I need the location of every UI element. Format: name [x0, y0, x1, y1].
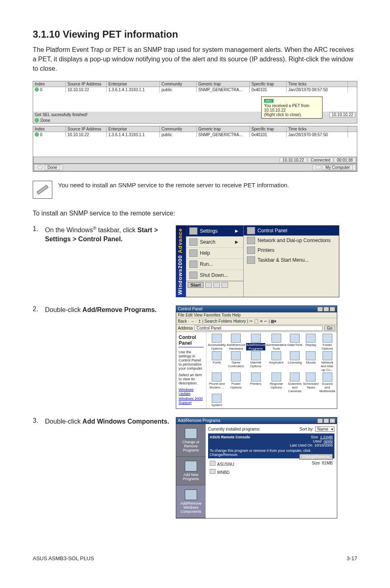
cp-item-icon — [306, 373, 316, 382]
row-index[interactable]: 0 — [33, 87, 66, 92]
col-timeticks-2[interactable]: Time ticks — [287, 126, 348, 132]
cp-item-icon — [271, 351, 281, 360]
cp-item[interactable]: Network and Dial-up Co... — [319, 351, 335, 372]
cp-item[interactable]: Scheduled Tasks — [303, 373, 319, 393]
cp-left-header: Control Panel — [179, 334, 204, 348]
link-windows-update[interactable]: Windows Update — [179, 388, 204, 396]
cp-item[interactable]: Date/Time — [287, 334, 303, 350]
close-button[interactable]: × — [329, 307, 335, 312]
control-panel-grid: Accessibility OptionsAdd/Remove Hardware… — [206, 332, 337, 408]
col-community[interactable]: Community — [160, 81, 197, 87]
col-enterprise[interactable]: Enterprise — [107, 81, 160, 87]
cp-item[interactable]: Phone and Modem ... — [208, 373, 226, 393]
window-title: Add/Remove Programs — [178, 418, 220, 423]
cp-left-desc: Use the settings in Control Panel to per… — [179, 350, 204, 370]
cp-item[interactable]: Sounds and Multimedia — [319, 373, 335, 393]
cp-item-icon — [212, 351, 222, 360]
cp-item[interactable]: Display — [303, 334, 319, 350]
cp-item[interactable]: Administrative Tools — [266, 334, 287, 350]
step1-text: On the Windows® taskbar, click Start > S… — [45, 225, 176, 298]
section-heading: 3.1.10 Viewing PET information — [33, 29, 357, 40]
cp-item[interactable]: System — [208, 394, 226, 407]
cp-item-icon — [212, 334, 222, 343]
submenu-taskbar[interactable]: Taskbar & Start Menu... — [244, 255, 339, 265]
submenu-printers[interactable]: Printers — [244, 245, 339, 255]
cp-item-icon — [290, 351, 300, 360]
arrow-right-icon: ▶ — [233, 240, 240, 244]
box-icon — [185, 428, 197, 439]
cp-item-icon — [231, 373, 241, 382]
cp-item[interactable]: Accessibility Options — [208, 334, 226, 350]
tray-icon[interactable] — [213, 282, 220, 288]
col-specific[interactable]: Specific trap — [250, 81, 287, 87]
step3-text: Double-click Add Windows Components. — [45, 417, 176, 518]
menu-help[interactable]: Help — [186, 248, 243, 259]
tab-change-remove[interactable]: Change or Remove Programs — [176, 424, 206, 457]
col-index[interactable]: Index — [33, 81, 66, 87]
cp-item[interactable]: Fonts — [208, 351, 226, 372]
sortby-select[interactable]: Name — [315, 426, 334, 432]
menu-settings[interactable]: Settings▶ — [186, 226, 243, 237]
row-specific: 0x40101 — [250, 87, 287, 92]
minimize-button[interactable]: _ — [317, 418, 323, 423]
status-connected: Connected — [308, 157, 333, 163]
cd-icon — [185, 461, 197, 471]
col-index-2[interactable]: Index — [33, 126, 66, 132]
start-button[interactable]: Start — [188, 282, 204, 288]
col-timeticks[interactable]: Time ticks — [287, 81, 348, 87]
col-enterprise-2[interactable]: Enterprise — [107, 126, 160, 132]
cp-item[interactable]: Add/Remove Hardware — [226, 334, 245, 350]
tray-icon[interactable] — [205, 282, 212, 288]
change-remove-button[interactable]: Change/Remove — [299, 454, 333, 460]
maximize-button[interactable]: □ — [323, 307, 329, 312]
row-index-2[interactable]: 0 — [33, 132, 66, 137]
status-message: Get SEL sucessfully finished! — [35, 112, 87, 117]
row-generic-2: SNMP_GENERICTRA... — [197, 132, 250, 137]
cp-item[interactable]: Licensing — [287, 351, 303, 372]
tab-add-new[interactable]: Add New Programs — [176, 457, 206, 485]
cp-item[interactable]: Folder Options — [319, 334, 335, 350]
cp-item[interactable]: Mouse — [303, 351, 319, 372]
submenu-network[interactable]: Network and Dial-up Connections — [244, 236, 339, 245]
program-asus-remote-console[interactable]: ASUS Remote ConsoleSize 1.21MB Used rare… — [208, 433, 334, 458]
program-item[interactable]: ASUSNUSize 81MB — [208, 460, 334, 468]
cp-item-icon — [290, 334, 300, 343]
cp-item[interactable]: Regional Options — [266, 373, 287, 393]
cp-item[interactable]: Scanners and Cameras — [287, 373, 303, 393]
menu-shutdown[interactable]: Shut Down... — [186, 270, 243, 281]
close-button[interactable]: × — [329, 418, 335, 423]
tab-windows-components[interactable]: Add/Remove Windows Components — [176, 485, 206, 518]
col-ip-2[interactable]: Source IP Address — [66, 126, 107, 132]
cp-item[interactable]: Keyboard — [266, 351, 287, 372]
status-timer: 00:01:38 — [334, 157, 356, 163]
submenu-control-panel[interactable]: Control Panel — [244, 226, 339, 236]
step-number: 3. — [33, 417, 45, 518]
col-generic-2[interactable]: Generic trap — [197, 126, 250, 132]
cp-item[interactable]: Power Options — [226, 373, 245, 393]
window-menubar[interactable]: File Edit View Favorites Tools Help — [176, 312, 337, 318]
row-generic: SNMP_GENERICTRA... — [197, 87, 250, 92]
tray-icon[interactable] — [222, 282, 228, 288]
cp-item[interactable]: Internet Options — [246, 351, 265, 372]
maximize-button[interactable]: □ — [323, 418, 329, 423]
pet-tooltip[interactable]: ARC You received a PET from 10.10.10.22 … — [261, 97, 323, 119]
cp-item[interactable]: Add/Remove Programs — [246, 334, 265, 350]
cp-item[interactable]: Game Controllers — [226, 351, 245, 372]
window-toolbar[interactable]: Back · → · ↥ | Search Folders History | … — [176, 318, 337, 325]
menu-search[interactable]: Search▶ — [186, 237, 243, 248]
col-specific-2[interactable]: Specific trap — [250, 126, 287, 132]
footer-page: 3-17 — [347, 555, 357, 561]
row-community: public — [160, 87, 197, 92]
link-windows-support[interactable]: Windows 2000 Support — [179, 397, 204, 405]
cp-item-icon — [323, 351, 332, 360]
col-generic[interactable]: Generic trap — [197, 81, 250, 87]
cp-item-icon — [251, 373, 261, 382]
go-button[interactable]: Go — [324, 325, 335, 331]
col-community-2[interactable]: Community — [160, 126, 197, 132]
address-field[interactable]: Control Panel — [195, 325, 323, 331]
menu-run[interactable]: Run... — [186, 259, 243, 270]
minimize-button[interactable]: _ — [317, 307, 323, 312]
cp-item[interactable]: Printers — [246, 373, 265, 393]
program-item[interactable]: WNBD — [208, 468, 334, 476]
col-ip[interactable]: Source IP Address — [66, 81, 107, 87]
